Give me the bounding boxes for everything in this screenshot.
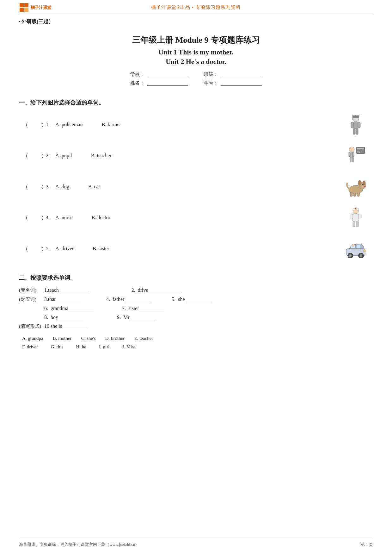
svg-rect-17	[352, 158, 354, 162]
svg-rect-36	[352, 214, 359, 221]
blank-3	[56, 302, 81, 302]
vocab-row-5: (缩写形式) 10.she is	[19, 323, 373, 329]
q1-options: A. policeman B. farmer	[55, 122, 373, 128]
opt-I: I. girl	[99, 344, 109, 350]
svg-rect-29	[353, 193, 356, 196]
opt-E: E. teacher	[134, 336, 153, 341]
logo-icon	[19, 3, 29, 13]
q5-paren-open: (	[19, 246, 28, 252]
q4-options: A. nurse B. doctor	[55, 215, 373, 221]
q4-image	[345, 207, 367, 229]
q5-optB: B. sister	[93, 246, 109, 252]
info-fields: 学校： 班级： 姓名： 学号：	[19, 72, 373, 86]
q1-optA: A. policeman	[55, 122, 83, 128]
svg-rect-40	[356, 221, 358, 227]
sub-title-1: Unit 1 This is my mother.	[19, 48, 373, 56]
blank-2	[148, 293, 180, 293]
q3-num: 3.	[46, 184, 55, 190]
svg-rect-9	[358, 122, 360, 128]
policeman-svg	[346, 114, 365, 136]
sub-title-2: Unit 2 He's a doctor.	[19, 58, 373, 66]
vocab-row-4: 8. boy 9. Mr	[19, 315, 373, 320]
vocab-label-2: (对应词)	[19, 296, 42, 302]
options-row-2: F. driver G. this H. he I. girl J. Miss	[19, 344, 373, 350]
opt-C: C. she's	[81, 336, 96, 341]
vocab-item-6: 6. grandma	[44, 306, 94, 311]
q5-options: A. driver B. sister	[55, 246, 373, 252]
q2-optA: A. pupil	[55, 153, 72, 159]
header: 橘子汁课堂 橘子汁课堂®出品 • 专项练习题系列资料	[19, 0, 373, 14]
header-title: 橘子汁课堂®出品 • 专项练习题系列资料	[151, 4, 241, 10]
vocab-item-4: 4. father	[106, 296, 150, 302]
svg-point-45	[349, 254, 352, 257]
q5-optA: A. driver	[55, 246, 74, 252]
opt-B: B. mother	[53, 336, 72, 341]
svg-rect-1	[24, 3, 28, 7]
q2-optB: B. teacher	[91, 153, 112, 159]
q1-optB: B. farmer	[102, 122, 121, 128]
name-field: 姓名：	[130, 80, 188, 86]
info-row-1: 学校： 班级：	[130, 72, 262, 78]
svg-rect-48	[364, 250, 366, 252]
q2-paren-close: )	[42, 153, 43, 159]
footer-right: 第 1 页	[361, 542, 373, 547]
svg-point-27	[364, 186, 365, 187]
svg-point-26	[362, 184, 364, 185]
q4-num: 4.	[46, 215, 55, 221]
vocab-item-7: 7. sister	[122, 306, 164, 311]
svg-rect-6	[352, 115, 359, 116]
id-field: 学号：	[204, 80, 262, 86]
q4-paren-open: (	[19, 215, 28, 221]
blank-1	[59, 293, 90, 293]
q1-answer-space	[29, 122, 42, 128]
svg-point-24	[358, 180, 361, 185]
svg-text:dog: dog	[357, 151, 360, 153]
svg-rect-30	[357, 193, 359, 196]
svg-rect-43	[356, 245, 361, 248]
vocab-item-3: 3.that	[44, 296, 81, 302]
vocab-item-9: 9. Mr	[117, 315, 155, 320]
q3-optA: A. dog	[55, 184, 69, 190]
vocab-item-8: 8. boy	[44, 315, 83, 320]
svg-rect-37	[350, 214, 353, 219]
teacher-svg: dog	[346, 146, 366, 166]
opt-J: J. Miss	[122, 344, 136, 350]
abbrev-item: 10.she is	[44, 323, 87, 329]
vocab-label-1: (变名词)	[19, 287, 42, 293]
svg-rect-15	[352, 152, 354, 157]
q5-image	[345, 238, 367, 260]
svg-rect-39	[353, 221, 355, 227]
title-block: 三年级上册 Module 9 专项题库练习 Unit 1 This is my …	[19, 34, 373, 66]
q2-answer-space	[29, 153, 42, 159]
blank-7	[139, 311, 164, 311]
svg-rect-16	[350, 158, 352, 162]
name-line	[147, 81, 188, 86]
opt-H: H. he	[76, 344, 86, 350]
svg-rect-28	[350, 192, 352, 196]
svg-rect-3	[24, 8, 28, 12]
section2-title: 二、按照要求选单词。	[19, 274, 373, 282]
vocab-row-3: 6. grandma 7. sister	[19, 306, 373, 311]
dog-svg	[345, 177, 367, 197]
abbrev-label: (缩写形式)	[19, 323, 42, 329]
svg-rect-11	[356, 129, 358, 134]
edition-label: 外研版(三起）	[19, 18, 373, 25]
q3-optB: B. cat	[88, 184, 100, 190]
id-line	[221, 81, 262, 86]
q3-image	[345, 176, 367, 198]
blank-10	[62, 329, 87, 329]
opt-G: G. this	[51, 344, 63, 350]
info-row-2: 姓名： 学号：	[130, 80, 262, 86]
svg-point-49	[352, 244, 354, 246]
vocab-row-2: (对应词) 3.that 4. father 5. she	[19, 296, 373, 302]
class-field: 班级：	[204, 72, 262, 78]
svg-rect-38	[358, 214, 361, 219]
q4-optA: A. nurse	[55, 215, 72, 221]
blank-4	[124, 302, 150, 302]
section1-title: 一、给下列图片选择合适的单词。	[19, 99, 373, 106]
svg-rect-14	[349, 152, 350, 157]
q2-options: A. pupil B. teacher	[55, 153, 373, 159]
question-3-row: ( ) 3. A. dog B. cat	[19, 174, 373, 199]
footer: 海量题库、专项训练，进入橘子汁课堂官网下载（www.juzizhi.cn） 第 …	[19, 539, 373, 547]
q2-paren-open: (	[19, 153, 28, 159]
